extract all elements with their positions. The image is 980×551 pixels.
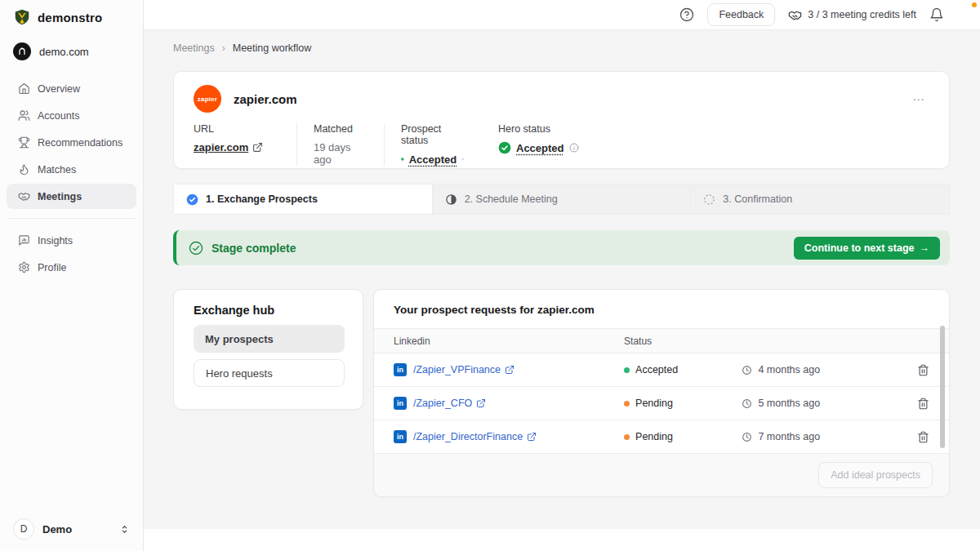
- sidebar-item-meetings[interactable]: Meetings: [7, 184, 136, 209]
- credits-label: 3 / 3 meeting credits left: [808, 9, 916, 20]
- table-row: in /Zapier_VPFinance Accepted: [374, 353, 949, 387]
- banner-message: Stage complete: [212, 242, 296, 255]
- gear-icon: [18, 261, 30, 273]
- meta-label: Matched: [314, 123, 366, 135]
- tab-my-prospects[interactable]: My prospects: [194, 325, 345, 353]
- trash-icon[interactable]: [917, 364, 929, 376]
- step-exchange-prospects[interactable]: 1. Exchange Prospects: [173, 184, 433, 215]
- external-link-icon: [505, 365, 514, 375]
- trophy-icon: [18, 136, 30, 149]
- info-icon[interactable]: [569, 143, 579, 153]
- time-ago: 7 months ago: [758, 431, 820, 442]
- meeting-credits: 3 / 3 meeting credits left: [788, 8, 916, 22]
- handshake-icon: [18, 190, 30, 202]
- step-label: 1. Exchange Prospects: [206, 193, 318, 205]
- linkedin-profile-link[interactable]: /Zapier_VPFinance: [413, 364, 514, 375]
- status-dot: [624, 434, 630, 440]
- user-name: Demo: [42, 523, 72, 535]
- meta-label: Prospect status: [401, 123, 464, 146]
- meta-url: URL zapier.com: [194, 123, 296, 166]
- sidebar-item-label: Recommendations: [38, 137, 122, 149]
- check-circle-outline-icon: [189, 241, 203, 256]
- info-icon[interactable]: [461, 154, 464, 164]
- breadcrumb-current: Meeting workflow: [233, 42, 312, 54]
- table-header: Linkedin Status: [374, 328, 949, 353]
- step-label: 3. Confirmation: [723, 193, 792, 205]
- workspace-selector[interactable]: demo.com: [0, 33, 143, 75]
- table-footer: Add ideal prospects: [374, 454, 949, 496]
- brand[interactable]: demonstro: [0, 0, 143, 33]
- matched-value: 19 days ago: [314, 141, 366, 166]
- meta-label: Hero status: [498, 123, 579, 135]
- workspace-icon: [13, 42, 31, 60]
- sidebar-item-label: Accounts: [38, 110, 79, 122]
- meta-prospect-status: Prospect status Accepted: [384, 123, 482, 166]
- meta-matched: Matched 19 days ago: [296, 123, 384, 166]
- help-icon[interactable]: [679, 7, 694, 22]
- recording-indicator-dot: [972, 2, 977, 7]
- breadcrumb-chevron-icon: ›: [222, 42, 225, 54]
- account-card: zapier zapier.com ⋯ URL zapier.com: [173, 71, 950, 169]
- external-link-icon: [476, 398, 486, 408]
- linkedin-profile-link[interactable]: /Zapier_DirectorFinance: [413, 431, 537, 442]
- clock-icon: [742, 398, 752, 409]
- feedback-button[interactable]: Feedback: [707, 3, 775, 26]
- prospect-status-value[interactable]: Accepted: [409, 153, 457, 166]
- workflow-stepper: 1. Exchange Prospects 2. Schedule Meetin…: [173, 184, 950, 215]
- check-circle-icon: [498, 141, 511, 154]
- account-url-link[interactable]: zapier.com: [194, 141, 263, 153]
- tab-hero-requests[interactable]: Hero requests: [194, 359, 345, 387]
- column-header-status: Status: [624, 335, 742, 347]
- hero-status-value[interactable]: Accepted: [516, 142, 564, 154]
- sidebar-item-profile[interactable]: Profile: [7, 255, 136, 280]
- status-label: Accepted: [635, 364, 678, 375]
- sidebar-item-label: Profile: [38, 262, 66, 273]
- account-title: zapier.com: [234, 92, 297, 106]
- content-bottom-strip: [144, 529, 980, 551]
- sidebar-item-recommendations[interactable]: Recommendations: [7, 130, 136, 155]
- arrow-right-icon: →: [920, 242, 930, 254]
- sidebar-item-overview[interactable]: Overview: [7, 76, 136, 101]
- table-scrollbar[interactable]: [940, 326, 945, 448]
- sidebar-nav: Overview Accounts Recommendations Matche…: [0, 75, 143, 281]
- table-row: in /Zapier_DirectorFinance Pending: [374, 420, 949, 454]
- prospect-requests-card: Your prospect requests for zapier.com Li…: [373, 289, 950, 497]
- exchange-hub-card: Exchange hub My prospects Hero requests: [173, 289, 363, 410]
- external-link-icon: [252, 142, 263, 153]
- zapier-logo: zapier: [194, 85, 221, 113]
- bell-icon[interactable]: [929, 7, 944, 22]
- linkedin-profile-link[interactable]: /Zapier_CFO: [413, 398, 486, 409]
- step-schedule-meeting[interactable]: 2. Schedule Meeting: [433, 184, 692, 215]
- trash-icon[interactable]: [917, 398, 929, 410]
- linkedin-icon: in: [394, 430, 407, 443]
- workspace-name: demo.com: [39, 46, 89, 58]
- brand-name: demonstro: [38, 11, 102, 24]
- external-link-icon: [527, 432, 537, 442]
- sidebar-item-matches[interactable]: Matches: [7, 157, 136, 182]
- step-half-circle-icon: [445, 193, 457, 206]
- column-header-linkedin: Linkedin: [394, 335, 624, 347]
- sidebar-item-insights[interactable]: Insights: [7, 228, 136, 253]
- trash-icon[interactable]: [917, 431, 929, 443]
- users-icon: [18, 109, 30, 122]
- breadcrumb-parent[interactable]: Meetings: [173, 42, 215, 54]
- topbar: Feedback 3 / 3 meeting credits left: [144, 0, 980, 30]
- clock-icon: [742, 365, 752, 375]
- add-ideal-prospects-button[interactable]: Add ideal prospects: [818, 462, 933, 488]
- user-switcher[interactable]: D Demo: [0, 507, 143, 551]
- step-confirmation[interactable]: 3. Confirmation: [691, 184, 950, 215]
- status-dot: [624, 401, 630, 407]
- sidebar-item-label: Insights: [38, 235, 73, 247]
- continue-next-stage-button[interactable]: Continue to next stage →: [794, 237, 940, 260]
- meta-hero-status: Hero status Accepted: [482, 123, 597, 166]
- status-label: Pending: [635, 431, 673, 442]
- linkedin-icon: in: [394, 397, 407, 410]
- sidebar-item-accounts[interactable]: Accounts: [7, 103, 136, 128]
- stage-complete-banner: Stage complete Continue to next stage →: [173, 230, 950, 265]
- main-area: Feedback 3 / 3 meeting credits left Meet…: [144, 0, 980, 551]
- clock-icon: [742, 432, 752, 442]
- table-title: Your prospect requests for zapier.com: [374, 290, 949, 328]
- more-options-icon[interactable]: ⋯: [909, 91, 929, 107]
- page-content: Meetings › Meeting workflow zapier zapie…: [144, 30, 980, 529]
- step-complete-icon: [186, 193, 198, 206]
